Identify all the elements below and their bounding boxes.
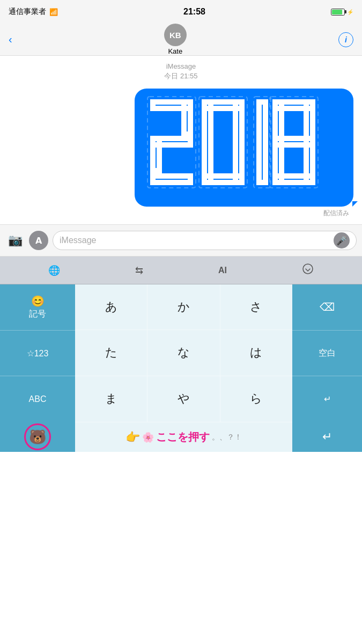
- mic-icon: 🎤: [336, 236, 347, 246]
- num-label: ☆123: [27, 348, 49, 358]
- return-icon: ↵: [322, 430, 332, 444]
- key-ta[interactable]: た: [75, 330, 147, 376]
- key-ya[interactable]: や: [147, 376, 220, 422]
- message-bubble: [135, 89, 353, 207]
- pointer-emoji: 👉: [125, 430, 140, 444]
- contact-avatar[interactable]: KB: [164, 24, 187, 46]
- space-label: 空白: [319, 348, 336, 359]
- keyboard-center-panel: あ か さ た な は ま や ら: [75, 284, 292, 422]
- status-time: 21:58: [183, 7, 205, 17]
- key-sa[interactable]: さ: [220, 284, 292, 330]
- key-ha[interactable]: は: [220, 330, 292, 376]
- annotation-text: ここを押す: [156, 430, 210, 444]
- time-label: 今日 21:55: [9, 71, 353, 81]
- svg-rect-7: [204, 102, 211, 182]
- camera-button[interactable]: 📷: [5, 231, 25, 250]
- wifi-icon: 📶: [49, 8, 58, 16]
- message-bubble-container: [9, 89, 353, 207]
- keyboard-left-panel: 😊 記号 ☆123 ABC: [0, 284, 75, 422]
- keyboard-bottom-center: 👉 🌸 ここを押す 。、？！: [75, 422, 292, 452]
- key-ma[interactable]: ま: [75, 376, 147, 422]
- status-bar: 通信事業者 📶 21:58 ⚡: [0, 0, 362, 24]
- camera-icon: 📷: [8, 233, 23, 247]
- year-art-2018: [142, 94, 346, 201]
- num-button[interactable]: ☆123: [0, 330, 75, 376]
- emoji-kigo-button[interactable]: 😊 記号: [0, 284, 75, 330]
- key-ka[interactable]: か: [147, 284, 220, 330]
- info-button[interactable]: i: [338, 32, 353, 47]
- app-icon: 𝗔: [35, 236, 42, 246]
- bolt-icon: ⚡: [347, 9, 353, 15]
- space-button[interactable]: 空白: [292, 330, 362, 376]
- back-button[interactable]: ‹: [9, 33, 12, 46]
- battery-icon: [331, 9, 345, 16]
- nav-bar: ‹ KB Kate i: [0, 24, 362, 56]
- contact-name: Kate: [168, 47, 182, 55]
- return-button[interactable]: ↵: [292, 422, 362, 452]
- bear-icon: 🐻: [29, 429, 46, 445]
- chat-area: iMessage 今日 21:55: [0, 56, 362, 224]
- delivered-label: 配信済み: [9, 209, 349, 218]
- message-input-wrap[interactable]: iMessage 🎤: [53, 231, 357, 250]
- keyboard-bottom-row: 🐻 👉 🌸 ここを押す 。、？！ ↵: [0, 422, 362, 452]
- carrier-label: 通信事業者: [9, 7, 46, 17]
- app-store-button[interactable]: 𝗔: [29, 231, 48, 250]
- svg-rect-9: [259, 102, 265, 182]
- mic-button[interactable]: 🎤: [334, 232, 350, 248]
- kigo-label: 記号: [29, 309, 46, 320]
- return-button-right[interactable]: ↵: [292, 376, 362, 422]
- kb-row-3: ま や ら: [75, 376, 292, 422]
- key-a[interactable]: あ: [75, 284, 147, 330]
- key-na[interactable]: な: [147, 330, 220, 376]
- emoji-stamp: 🌸: [142, 431, 154, 443]
- kb-row-2: た な は: [75, 330, 292, 376]
- emoji-icon: 😊: [31, 295, 45, 308]
- message-placeholder: iMessage: [60, 236, 96, 245]
- keyboard-right-panel: ⌫ 空白 ↵: [292, 284, 362, 422]
- bear-circle: 🐻: [24, 423, 51, 450]
- keyboard: 😊 記号 ☆123 ABC あ か さ た な は ま: [0, 284, 362, 452]
- hide-keyboard-button[interactable]: [295, 260, 320, 281]
- service-label: iMessage: [9, 62, 353, 70]
- status-left: 通信事業者 📶: [9, 7, 58, 17]
- status-right: ⚡: [331, 9, 353, 16]
- punctuation-label[interactable]: 。、？！: [212, 433, 242, 442]
- kb-row-1: あ か さ: [75, 284, 292, 330]
- svg-rect-4: [153, 176, 190, 182]
- svg-rect-19: [254, 97, 271, 188]
- ai-button[interactable]: AI: [212, 262, 233, 279]
- delete-icon: ⌫: [320, 301, 335, 313]
- abc-button[interactable]: ABC: [0, 376, 75, 422]
- globe-button[interactable]: 🌐: [42, 261, 67, 280]
- bear-button[interactable]: 🐻: [0, 422, 75, 452]
- keyboard-toolbar: 🌐 ⇆ AI: [0, 257, 362, 284]
- return-icon-right: ↵: [324, 394, 331, 404]
- key-ra[interactable]: ら: [220, 376, 292, 422]
- transfer-button[interactable]: ⇆: [129, 261, 150, 280]
- delete-button[interactable]: ⌫: [292, 284, 362, 330]
- abc-label: ABC: [29, 394, 47, 404]
- input-bar: 📷 𝗔 iMessage 🎤: [0, 224, 362, 257]
- keyboard-main-area: 😊 記号 ☆123 ABC あ か さ た な は ま: [0, 284, 362, 422]
- svg-rect-8: [235, 102, 242, 182]
- battery-fill: [332, 10, 342, 14]
- svg-point-21: [303, 264, 313, 274]
- nav-center: KB Kate: [164, 24, 187, 55]
